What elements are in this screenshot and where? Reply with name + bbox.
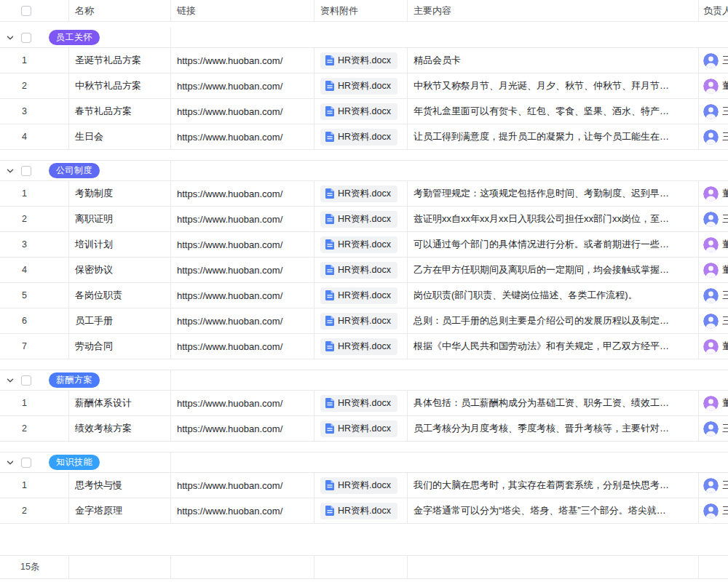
attachment-chip[interactable]: HR资料.docx — [320, 236, 397, 253]
column-header-attachment[interactable]: 资料附件 — [314, 0, 408, 21]
owner-cell[interactable]: 三 — [699, 283, 728, 308]
owner-cell[interactable]: 三 — [699, 207, 728, 231]
content-text: 可以通过每个部门的具体情况进行分析。或者前期进行一些… — [414, 238, 669, 251]
link-cell[interactable]: https://www.huoban.com/ — [171, 258, 314, 282]
link-cell[interactable]: https://www.huoban.com/ — [171, 473, 314, 498]
owner-cell[interactable]: 三 — [699, 308, 728, 333]
name-cell[interactable]: 劳动合同 — [69, 334, 171, 359]
name-cell[interactable]: 考勤制度 — [69, 181, 171, 206]
content-cell[interactable]: 让员工得到满意度，提升员工的凝聚力，让每个员工能生在… — [408, 124, 699, 149]
collapse-group-icon[interactable] — [6, 33, 15, 42]
name-cell[interactable]: 春节礼品方案 — [69, 99, 171, 124]
attachment-chip[interactable]: HR资料.docx — [320, 103, 397, 120]
attachment-chip[interactable]: HR资料.docx — [320, 78, 397, 95]
content-text: 岗位职责(部门职责、关键岗位描述、各类工作流程)。 — [414, 289, 638, 302]
content-cell[interactable]: 我们的大脑在思考时，其实存在着两套系统，分别是快思考… — [408, 473, 699, 498]
content-cell[interactable]: 年货礼盒里面可以有贺卡、红包、零食、坚果、酒水、特产… — [408, 99, 699, 124]
group-select-checkbox[interactable] — [21, 33, 31, 43]
owner-cell[interactable]: 董 — [699, 391, 728, 415]
group-name-badge[interactable]: 公司制度 — [49, 163, 100, 178]
attachment-chip[interactable]: HR资料.docx — [320, 287, 397, 304]
content-cell[interactable]: 可以通过每个部门的具体情况进行分析。或者前期进行一些… — [408, 232, 699, 257]
attachment-chip[interactable]: HR资料.docx — [320, 338, 397, 355]
attachment-cell: HR资料.docx — [314, 283, 408, 308]
name-cell[interactable]: 中秋节礼品方案 — [69, 73, 171, 98]
attachment-chip[interactable]: HR资料.docx — [320, 129, 397, 146]
name-cell[interactable]: 金字塔原理 — [69, 498, 171, 523]
owner-cell[interactable]: 三 — [699, 124, 728, 149]
attachment-chip[interactable]: HR资料.docx — [320, 186, 397, 202]
link-text: https://www.huoban.com/ — [177, 55, 282, 66]
column-header-link-label: 链接 — [177, 4, 196, 17]
owner-cell[interactable]: 三 — [699, 416, 728, 441]
name-cell[interactable]: 员工手册 — [69, 308, 171, 333]
collapse-group-icon[interactable] — [6, 167, 15, 175]
content-cell[interactable]: 中秋节又称祭月节、月光诞、月夕、秋节、仲秋节、拜月节… — [408, 73, 699, 98]
attachment-chip[interactable]: HR资料.docx — [320, 52, 397, 69]
content-cell[interactable]: 精品会员卡 — [408, 48, 699, 73]
link-cell[interactable]: https://www.huoban.com/ — [171, 391, 314, 415]
attachment-chip[interactable]: HR资料.docx — [320, 262, 397, 279]
attachment-chip[interactable]: HR资料.docx — [320, 395, 397, 412]
content-cell[interactable]: 考勤管理规定：这项规定包括作息时间、考勤制度、迟到早… — [408, 181, 699, 206]
link-cell[interactable]: https://www.huoban.com/ — [171, 99, 314, 124]
content-cell[interactable]: 根据《中华人民共和国劳动法》和有关规定，甲乙双方经平… — [408, 334, 699, 359]
content-cell[interactable]: 金字塔通常可以分为“塔尖、塔身、塔基”三个部分。塔尖就… — [408, 498, 699, 523]
content-cell[interactable]: 总则：员工手册的总则主要是介绍公司的发展历程以及制定… — [408, 308, 699, 333]
content-cell[interactable]: 具体包括：员工薪酬构成分为基础工资、职务工资、绩效工… — [408, 391, 699, 415]
table-row: 2离职证明https://www.huoban.com/HR资料.docx兹证明… — [0, 207, 728, 232]
owner-cell[interactable]: 三 — [699, 498, 728, 523]
owner-cell[interactable]: 三 — [699, 473, 728, 498]
link-cell[interactable]: https://www.huoban.com/ — [171, 181, 314, 206]
owner-cell[interactable]: 董 — [699, 73, 728, 98]
content-cell[interactable]: 兹证明xx自xx年xx月xx日入职我公司担任xx部门xx岗位，至… — [408, 207, 699, 231]
attachment-chip[interactable]: HR资料.docx — [320, 503, 397, 519]
collapse-group-icon[interactable] — [6, 376, 15, 385]
owner-cell[interactable]: 董 — [699, 232, 728, 257]
column-header-name[interactable]: 名称 — [69, 0, 171, 21]
attachment-chip[interactable]: HR资料.docx — [320, 477, 397, 494]
link-cell[interactable]: https://www.huoban.com/ — [171, 73, 314, 98]
owner-cell[interactable]: 董 — [699, 181, 728, 206]
name-cell[interactable]: 绩效考核方案 — [69, 416, 171, 441]
group-name-badge[interactable]: 薪酬方案 — [49, 372, 100, 388]
attachment-chip[interactable]: HR资料.docx — [320, 313, 397, 330]
attachment-chip[interactable]: HR资料.docx — [320, 211, 397, 228]
group-name-badge[interactable]: 知识技能 — [49, 455, 100, 470]
column-header-content[interactable]: 主要内容 — [408, 0, 699, 21]
name-cell[interactable]: 生日会 — [69, 124, 171, 149]
link-cell[interactable]: https://www.huoban.com/ — [171, 232, 314, 257]
name-cell[interactable]: 圣诞节礼品方案 — [69, 48, 171, 73]
collapse-group-icon[interactable] — [6, 458, 15, 467]
group-select-checkbox[interactable] — [21, 458, 31, 468]
name-cell[interactable]: 离职证明 — [69, 207, 171, 231]
link-cell[interactable]: https://www.huoban.com/ — [171, 416, 314, 441]
group-name-badge[interactable]: 员工关怀 — [49, 30, 100, 45]
link-cell[interactable]: https://www.huoban.com/ — [171, 207, 314, 231]
link-cell[interactable]: https://www.huoban.com/ — [171, 498, 314, 523]
content-cell[interactable]: 岗位职责(部门职责、关键岗位描述、各类工作流程)。 — [408, 283, 699, 308]
link-cell[interactable]: https://www.huoban.com/ — [171, 48, 314, 73]
link-cell[interactable]: https://www.huoban.com/ — [171, 283, 314, 308]
group-select-checkbox[interactable] — [21, 166, 31, 176]
column-header-link[interactable]: 链接 — [171, 0, 314, 21]
name-cell[interactable]: 各岗位职责 — [69, 283, 171, 308]
link-cell[interactable]: https://www.huoban.com/ — [171, 334, 314, 359]
select-all-checkbox[interactable] — [21, 6, 31, 16]
name-cell[interactable]: 培训计划 — [69, 232, 171, 257]
owner-cell[interactable]: 三 — [699, 48, 728, 73]
name-cell[interactable]: 薪酬体系设计 — [69, 391, 171, 415]
owner-cell[interactable]: 董 — [699, 334, 728, 359]
attachment-chip[interactable]: HR资料.docx — [320, 420, 397, 437]
owner-cell[interactable]: 董 — [699, 258, 728, 282]
name-cell[interactable]: 保密协议 — [69, 258, 171, 282]
column-header-owner[interactable]: 负责人 — [699, 0, 728, 21]
content-cell[interactable]: 乙方在甲方任职期间及离职后的一定期间，均会接触或掌握… — [408, 258, 699, 282]
name-cell[interactable]: 思考快与慢 — [69, 473, 171, 498]
attachment-cell: HR资料.docx — [314, 207, 408, 231]
group-select-checkbox[interactable] — [21, 375, 31, 386]
owner-cell[interactable]: 三 — [699, 99, 728, 124]
content-cell[interactable]: 员工考核分为月度考核、季度考核、晋升考核等，主要针对… — [408, 416, 699, 441]
link-cell[interactable]: https://www.huoban.com/ — [171, 124, 314, 149]
link-cell[interactable]: https://www.huoban.com/ — [171, 308, 314, 333]
